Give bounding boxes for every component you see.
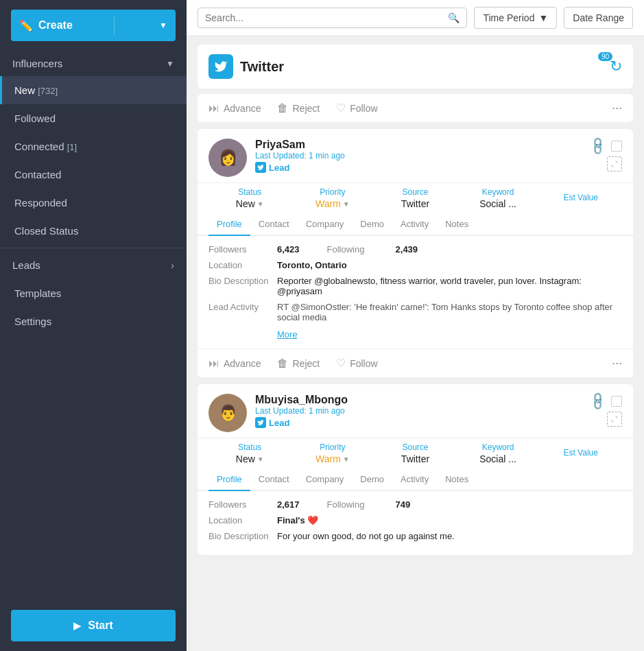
- tab-contact-mbuyisa[interactable]: Contact: [250, 469, 298, 491]
- time-period-chevron-icon: ▼: [538, 12, 548, 23]
- tab-demo-mbuyisa[interactable]: Demo: [352, 469, 392, 491]
- keyword-value-priyasam: Social ...: [479, 198, 516, 209]
- refresh-badge: 90: [598, 52, 612, 61]
- activity-value-priyasam: RT @SimonOstler: 'He freakin' came!': To…: [277, 302, 622, 322]
- date-range-button[interactable]: Date Range: [564, 7, 633, 29]
- profile-content-mbuyisa: Followers 2,617 Following 749 Location F…: [198, 491, 633, 555]
- bio-row-mbuyisa: Bio Description For your own good, do no…: [208, 531, 622, 541]
- status-row-priyasam: Status New ▼ Priority Warm ▼ Source: [198, 182, 633, 213]
- refresh-icon[interactable]: ↻: [610, 58, 622, 75]
- play-icon: ▶: [73, 620, 81, 631]
- create-button[interactable]: ✏️ Create ▼: [11, 10, 176, 41]
- search-icon: 🔍: [448, 12, 460, 23]
- status-dropdown-icon-mbuyisa[interactable]: ▼: [257, 455, 264, 463]
- sidebar-item-new[interactable]: New [732]: [0, 76, 187, 104]
- tab-profile-mbuyisa[interactable]: Profile: [208, 469, 250, 491]
- checkbox-mbuyisa[interactable]: [611, 396, 622, 407]
- bio-label-mbuyisa: Bio Description: [208, 531, 277, 541]
- sidebar-item-templates[interactable]: Templates: [0, 279, 187, 307]
- location-label-mbuyisa: Location: [208, 515, 277, 525]
- avatar-mbuyisa: 👨: [208, 394, 247, 432]
- priority-dropdown-icon-priyasam[interactable]: ▼: [343, 200, 350, 208]
- tab-contact-priyasam[interactable]: Contact: [250, 213, 298, 236]
- more-link-priyasam[interactable]: More: [277, 329, 298, 340]
- twitter-header-card: Twitter 90 ↻: [198, 45, 633, 88]
- tab-activity-priyasam[interactable]: Activity: [392, 213, 437, 236]
- time-period-label: Time Period: [483, 12, 534, 23]
- advance-label-top: Advance: [224, 103, 261, 114]
- tab-company-priyasam[interactable]: Company: [298, 213, 353, 236]
- avatar-priyasam: 👩: [208, 139, 247, 177]
- following-label-mbuyisa: Following: [327, 499, 396, 510]
- tab-notes-priyasam[interactable]: Notes: [437, 213, 477, 236]
- advance-button-priyasam[interactable]: ⏭ Advance: [208, 357, 261, 370]
- tab-demo-priyasam[interactable]: Demo: [352, 213, 392, 236]
- sidebar-item-leads[interactable]: Leads ›: [0, 251, 187, 279]
- more-button-priyasam[interactable]: ···: [612, 356, 622, 370]
- status-dropdown-icon-priyasam[interactable]: ▼: [257, 200, 264, 208]
- create-divider: [114, 16, 115, 34]
- following-value-mbuyisa: 749: [396, 499, 411, 510]
- followers-row-mbuyisa: Followers 2,617 Following 749: [208, 499, 622, 510]
- new-badge: [732]: [38, 86, 58, 96]
- keyword-value-mbuyisa: Social ...: [479, 453, 516, 464]
- advance-icon-top: ⏭: [208, 102, 219, 115]
- lead-info-mbuyisa: Mbuyisa_Mbongo Last Updated: 1 min ago L…: [255, 394, 582, 428]
- sidebar-item-closed-status[interactable]: Closed Status: [0, 217, 187, 245]
- content-area: Twitter 90 ↻ ⏭ Advance 🗑 Reject ♡ Follow…: [187, 36, 644, 651]
- tab-activity-mbuyisa[interactable]: Activity: [392, 469, 437, 491]
- follow-label-top: Follow: [350, 103, 377, 114]
- follow-button-priyasam[interactable]: ♡ Follow: [336, 357, 377, 370]
- reject-button-top[interactable]: 🗑 Reject: [277, 102, 320, 115]
- checkbox-priyasam[interactable]: [611, 141, 622, 152]
- time-period-button[interactable]: Time Period ▼: [474, 7, 557, 29]
- sidebar-item-responded[interactable]: Responded: [0, 189, 187, 217]
- advance-icon-priyasam: ⏭: [208, 357, 219, 370]
- follow-button-top[interactable]: ♡ Follow: [336, 102, 377, 115]
- source-value-priyasam: Twitter: [401, 198, 429, 209]
- chevron-down-icon: ▼: [159, 21, 167, 30]
- sidebar-item-contacted[interactable]: Contacted: [0, 161, 187, 189]
- advance-button-top[interactable]: ⏭ Advance: [208, 102, 261, 115]
- est-value-label-mbuyisa: Est Value: [539, 448, 622, 458]
- leads-label: Leads: [12, 259, 40, 271]
- followers-value-mbuyisa: 2,617: [277, 499, 300, 510]
- priority-value-priyasam: Warm: [315, 198, 341, 209]
- location-value-mbuyisa: Final's ❤️: [277, 515, 318, 525]
- reject-button-priyasam[interactable]: 🗑 Reject: [277, 357, 320, 370]
- influencers-section[interactable]: Influencers ▼: [0, 51, 187, 76]
- bio-value-mbuyisa: For your own good, do not go up against …: [277, 531, 622, 541]
- search-input[interactable]: [205, 12, 448, 23]
- activity-label-priyasam: Lead Activity: [208, 302, 277, 312]
- link-icon-mbuyisa[interactable]: 🔗: [587, 390, 608, 412]
- sidebar-item-followed[interactable]: Followed: [0, 104, 187, 132]
- twitter-icon: [208, 54, 233, 79]
- top-action-bar: ⏭ Advance 🗑 Reject ♡ Follow ···: [198, 94, 633, 122]
- tab-notes-mbuyisa[interactable]: Notes: [437, 469, 477, 491]
- lead-type-priyasam: Lead: [269, 163, 289, 173]
- start-button[interactable]: ▶ Start: [11, 610, 176, 641]
- status-label-priyasam: Status: [208, 187, 291, 197]
- expand-icon-mbuyisa[interactable]: [607, 412, 622, 427]
- more-button-top[interactable]: ···: [612, 101, 622, 115]
- reject-icon-top: 🗑: [277, 102, 288, 115]
- start-button-wrap: ▶ Start: [0, 600, 187, 651]
- lead-info-priyasam: PriyaSam Last Updated: 1 min ago Lead: [255, 139, 582, 173]
- location-row-priyasam: Location Toronto, Ontario: [208, 260, 622, 270]
- lead-name-mbuyisa: Mbuyisa_Mbongo: [255, 394, 582, 406]
- tab-profile-priyasam[interactable]: Profile: [208, 213, 250, 236]
- tab-company-mbuyisa[interactable]: Company: [298, 469, 353, 491]
- priority-dropdown-icon-mbuyisa[interactable]: ▼: [343, 455, 350, 463]
- sidebar-item-connected[interactable]: Connected [1]: [0, 132, 187, 161]
- sidebar-item-settings[interactable]: Settings: [0, 307, 187, 335]
- start-label: Start: [88, 619, 112, 632]
- expand-icon-priyasam[interactable]: [607, 156, 622, 171]
- follow-icon-priyasam: ♡: [336, 357, 346, 370]
- priority-label-mbuyisa: Priority: [291, 442, 374, 452]
- sidebar-divider-1: [0, 248, 187, 248]
- followers-row-priyasam: Followers 6,423 Following 2,439: [208, 244, 622, 255]
- create-button-wrap: ✏️ Create ▼: [0, 0, 187, 51]
- link-icon-priyasam[interactable]: 🔗: [587, 135, 608, 156]
- lead-twitter-icon-priyasam: [255, 162, 266, 173]
- sidebar-item-new-label: New [732]: [14, 84, 58, 96]
